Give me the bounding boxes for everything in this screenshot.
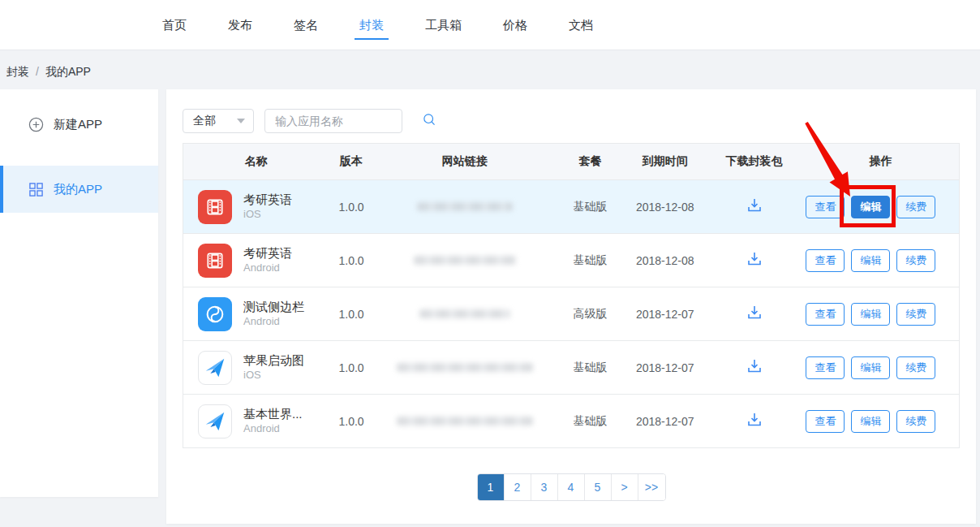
chevron-down-icon — [237, 119, 245, 123]
renew-button[interactable]: 续费 — [896, 303, 935, 326]
app-plan: 高级版 — [556, 307, 625, 322]
table-row: 考研英语 Android 1.0.0 基础版 2018-12-08 查看 编辑 … — [183, 233, 959, 287]
sidebar-item-label: 我的APP — [54, 182, 102, 197]
nav-price[interactable]: 价格 — [501, 2, 529, 50]
table-row: 基本世界... Android 1.0.0 基础版 2018-12-07 查看 … — [183, 394, 959, 447]
nav-publish[interactable]: 发布 — [226, 2, 254, 50]
nav-sign[interactable]: 签名 — [292, 2, 320, 50]
view-button[interactable]: 查看 — [806, 356, 845, 379]
sidebar: 新建APP 我的APP — [0, 89, 158, 497]
app-name: 测试侧边栏 — [243, 300, 304, 315]
download-icon[interactable] — [745, 303, 764, 325]
edit-button[interactable]: 编辑 — [851, 410, 890, 433]
film-icon — [198, 244, 232, 278]
download-icon[interactable] — [745, 410, 764, 432]
top-bar: 首页 发布 签名 封装 工具箱 价格 文档 — [0, 0, 980, 50]
breadcrumb: 封装/我的APP — [6, 65, 91, 80]
toolbar: 全部 — [183, 109, 402, 133]
app-name: 考研英语 — [243, 246, 292, 261]
nav-toolbox[interactable]: 工具箱 — [423, 2, 463, 50]
edit-button[interactable]: 编辑 — [851, 249, 890, 272]
download-icon[interactable] — [745, 196, 764, 218]
app-plan: 基础版 — [556, 361, 625, 375]
main-panel: 全部 名称 版本 网站链接 套餐 到期时间 下载封装包 操作 — [166, 89, 976, 524]
nav-package[interactable]: 封装 — [358, 2, 385, 50]
page-5[interactable]: 5 — [585, 474, 612, 500]
nav-home[interactable]: 首页 — [161, 2, 188, 50]
bird-icon — [198, 351, 232, 385]
filter-dropdown[interactable]: 全部 — [183, 109, 254, 133]
app-expiry: 2018-12-07 — [625, 415, 706, 428]
search-box — [264, 109, 402, 133]
bird-icon — [198, 404, 232, 438]
nav-docs[interactable]: 文档 — [567, 2, 595, 50]
page-3[interactable]: 3 — [531, 474, 558, 500]
renew-button[interactable]: 续费 — [896, 410, 935, 433]
filter-dropdown-value: 全部 — [193, 114, 216, 128]
breadcrumb-separator: / — [36, 65, 39, 78]
last-page-icon[interactable]: >> — [638, 474, 665, 500]
header-download: 下载封装包 — [706, 154, 803, 169]
page-2[interactable]: 2 — [505, 474, 531, 500]
app-version: 1.0.0 — [329, 308, 374, 321]
masked-url — [397, 417, 533, 425]
breadcrumb-root[interactable]: 封装 — [6, 65, 29, 78]
app-version: 1.0.0 — [329, 201, 374, 214]
app-expiry: 2018-12-07 — [625, 361, 706, 374]
view-button[interactable]: 查看 — [806, 303, 845, 326]
main-nav: 首页 发布 签名 封装 工具箱 价格 文档 — [161, 0, 595, 50]
download-icon[interactable] — [745, 356, 764, 378]
header-url: 网站链接 — [374, 154, 557, 169]
app-platform: Android — [243, 422, 303, 435]
download-icon[interactable] — [745, 249, 764, 271]
app-plan: 基础版 — [556, 200, 625, 214]
app-expiry: 2018-12-08 — [625, 254, 706, 267]
app-expiry: 2018-12-08 — [625, 201, 706, 214]
plus-circle-icon — [28, 116, 44, 132]
app-platform: iOS — [243, 369, 304, 382]
view-button[interactable]: 查看 — [806, 410, 845, 433]
header-expiry: 到期时间 — [625, 154, 706, 169]
swirl-icon — [198, 297, 232, 331]
app-name: 苹果启动图 — [243, 353, 304, 369]
film-icon — [198, 190, 232, 224]
table-row: 考研英语 iOS 1.0.0 基础版 2018-12-08 查看 编辑 续费 — [183, 179, 959, 233]
edit-button[interactable]: 编辑 — [851, 303, 890, 326]
app-platform: Android — [243, 261, 292, 274]
sidebar-item-label: 新建APP — [54, 117, 102, 132]
renew-button[interactable]: 续费 — [896, 356, 935, 379]
app-table: 名称 版本 网站链接 套餐 到期时间 下载封装包 操作 考研英语 iOS 1.0… — [183, 143, 960, 448]
app-name: 基本世界... — [243, 407, 303, 422]
app-version: 1.0.0 — [329, 254, 374, 267]
masked-url — [419, 309, 510, 318]
view-button[interactable]: 查看 — [806, 196, 845, 218]
page-4[interactable]: 4 — [558, 474, 585, 500]
table-row: 苹果启动图 iOS 1.0.0 基础版 2018-12-07 查看 编辑 续费 — [183, 340, 959, 394]
edit-button[interactable]: 编辑 — [851, 196, 890, 218]
app-version: 1.0.0 — [329, 361, 374, 374]
search-icon[interactable] — [422, 112, 436, 130]
view-button[interactable]: 查看 — [806, 249, 845, 272]
masked-url — [417, 202, 513, 211]
table-header-row: 名称 版本 网站链接 套餐 到期时间 下载封装包 操作 — [183, 144, 959, 179]
next-page-icon[interactable]: > — [612, 474, 638, 500]
app-plan: 基础版 — [556, 414, 625, 429]
edit-button[interactable]: 编辑 — [851, 356, 890, 379]
app-platform: iOS — [243, 208, 292, 221]
page-1[interactable]: 1 — [478, 474, 505, 500]
renew-button[interactable]: 续费 — [896, 249, 935, 272]
search-input[interactable] — [275, 114, 422, 127]
masked-url — [414, 256, 516, 265]
app-expiry: 2018-12-07 — [625, 308, 706, 321]
header-version: 版本 — [329, 154, 374, 169]
header-name: 名称 — [183, 154, 329, 169]
header-actions: 操作 — [802, 154, 959, 169]
grid-icon — [28, 181, 44, 197]
sidebar-item-new-app[interactable]: 新建APP — [0, 101, 158, 148]
pagination: 1 2 3 4 5 > >> — [166, 473, 976, 501]
sidebar-item-my-app[interactable]: 我的APP — [0, 166, 158, 213]
table-row: 测试侧边栏 Android 1.0.0 高级版 2018-12-07 查看 编辑… — [183, 287, 959, 340]
app-name: 考研英语 — [243, 192, 292, 208]
app-plan: 基础版 — [556, 253, 625, 268]
renew-button[interactable]: 续费 — [896, 196, 935, 218]
